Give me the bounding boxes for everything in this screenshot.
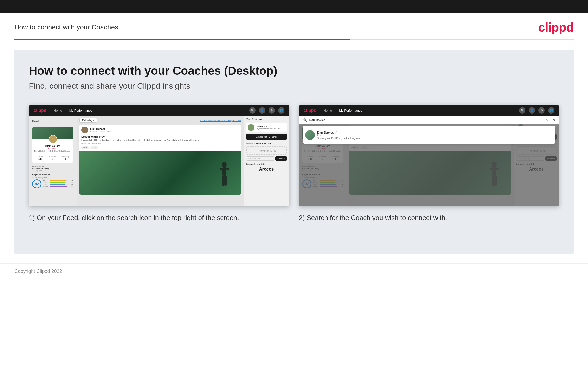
nav-home-2: Home <box>324 109 332 112</box>
main-subtitle: Find, connect and share your Clippd insi… <box>29 81 559 91</box>
total-player-quality-label: Total Player Quality <box>32 177 73 178</box>
globe-icon-2[interactable]: 🌐 <box>548 107 554 113</box>
off-badge: OTT <box>81 146 89 149</box>
clear-button[interactable]: CLEAR <box>540 119 550 121</box>
svg-rect-2 <box>219 168 222 170</box>
coach-avatar <box>248 124 255 131</box>
post-title: Lesson with Fordy <box>81 135 239 138</box>
nav-icons-2: 🔍 👤 ⚙ 🌐 <box>519 107 554 113</box>
screenshots-row: clippd Home My Performance 🔍 👤 ⚙ 🌐 Feed <box>29 105 559 222</box>
center-panel-1: Following ▾ Control who can see your act… <box>77 116 244 206</box>
nav-home: Home <box>54 109 62 112</box>
caption-1: 1) On your Feed, click on the search ico… <box>29 213 289 222</box>
caption-2: 2) Search for the Coach you wish to conn… <box>299 213 559 222</box>
close-search-button[interactable]: ✕ <box>552 118 555 122</box>
nav-my-performance: My Performance <box>69 109 92 112</box>
app-badge: APP <box>90 146 98 149</box>
coach-card: David Ford Royal North Devon Golf Club <box>246 123 287 132</box>
coach-club: Royal North Devon Golf Club <box>256 128 281 130</box>
result-club: Sunningdale Golf Club, United Kingdom <box>317 137 360 139</box>
control-link[interactable]: Control who can see your activity and da… <box>200 119 241 122</box>
profile-club: Royal North Devon Golf Club, United King… <box>34 150 71 152</box>
post-text: Looking to feel like my hands are exitin… <box>81 139 239 142</box>
bar-ott: OTT 90 <box>43 180 73 181</box>
nav-icons-1: 🔍 👤 ⚙ 🌐 <box>249 107 284 113</box>
search-input-display[interactable]: Dan Davies <box>309 118 538 122</box>
manage-coaches-button[interactable]: Manage Your Coaches <box>246 134 287 139</box>
score-circle: 92 <box>32 179 41 188</box>
profile-name: Blair McHarg <box>34 145 71 147</box>
mock-screen-2: clippd Home My Performance 🔍 👤 ⚙ 🌐 🔍 Da <box>299 105 559 206</box>
connect-title: Connect your data <box>246 163 287 165</box>
top-bar <box>0 0 588 13</box>
activity-date: 03 Aug 2022 <box>32 170 73 172</box>
search-icon-bar: 🔍 <box>303 118 307 122</box>
post-image <box>79 151 241 195</box>
verified-icon: ✓ <box>335 131 337 134</box>
post-user-name: Blair McHarg <box>90 128 111 130</box>
profile-avatar <box>49 135 57 144</box>
footer: Copyright Clippd 2022 <box>0 263 588 279</box>
header-divider <box>14 39 574 40</box>
clippd-logo: clippd <box>538 20 574 35</box>
post-card: Blair McHarg Yesterday · Sunningdale Les… <box>79 125 241 195</box>
search-bar: 🔍 Dan Davies CLEAR ✕ <box>299 116 559 124</box>
svg-rect-1 <box>222 167 226 176</box>
screen-nav-2: clippd Home My Performance 🔍 👤 ⚙ 🌐 <box>299 105 559 116</box>
result-avatar <box>305 130 315 140</box>
arccos-logo: Arccos <box>246 167 287 172</box>
screen-logo-1: clippd <box>34 108 46 113</box>
activity-name: Lesson with Fordy <box>32 168 73 170</box>
screenshot-block-2: clippd Home My Performance 🔍 👤 ⚙ 🌐 🔍 Da <box>299 105 559 222</box>
trackman-input[interactable]: Trackman Link <box>246 156 275 160</box>
golfer-silhouette <box>215 161 234 195</box>
search-result-item[interactable]: Dan Davies ✓ Pro Sunningdale Golf Club, … <box>305 129 553 141</box>
globe-icon[interactable]: 🌐 <box>278 107 284 113</box>
post-content: Lesson with Fordy Looking to feel like m… <box>79 135 241 151</box>
bar-putt: PUTT 96 <box>43 186 73 188</box>
following-button[interactable]: Following ▾ <box>79 118 97 123</box>
header: How to connect with your Coaches clippd <box>0 13 588 39</box>
svg-rect-4 <box>222 176 224 185</box>
screen-body-1: Feed Blair McHarg Plus Handicap Royal No… <box>29 116 289 206</box>
follow-btn-row: Following ▾ Control who can see your act… <box>79 118 241 123</box>
screen-logo-2: clippd <box>304 108 316 113</box>
search-results-dropdown: Dan Davies ✓ Pro Sunningdale Golf Club, … <box>303 126 555 144</box>
perf-score-row: 92 OTT 90 APP 85 <box>32 179 73 188</box>
add-link-button[interactable]: Add Link <box>275 156 287 160</box>
svg-point-0 <box>222 162 227 167</box>
feed-tab: Feed <box>32 120 39 124</box>
settings-icon-2[interactable]: ⚙ <box>538 107 545 113</box>
settings-icon[interactable]: ⚙ <box>269 107 275 113</box>
trackman-input-row: Trackman Link Add Link <box>246 156 287 160</box>
user-profile-card: Blair McHarg Plus Handicap Royal North D… <box>32 127 73 163</box>
search-icon-2[interactable]: 🔍 <box>519 107 526 113</box>
screen-nav-1: clippd Home My Performance 🔍 👤 ⚙ 🌐 <box>29 105 289 116</box>
main-heading: How to connect with your Coaches (Deskto… <box>29 64 559 77</box>
coach-name: David Ford <box>256 125 281 128</box>
profile-banner <box>32 127 73 139</box>
left-panel-1: Feed Blair McHarg Plus Handicap Royal No… <box>29 116 77 206</box>
user-icon[interactable]: 👤 <box>259 107 265 113</box>
mock-screen-1: clippd Home My Performance 🔍 👤 ⚙ 🌐 Feed <box>29 105 289 206</box>
user-icon-2[interactable]: 👤 <box>529 107 535 113</box>
stat-followers: Followers 3 <box>49 156 56 160</box>
bar-arg: ARG 86 <box>43 184 73 185</box>
main-content: How to connect with your Coaches (Deskto… <box>14 50 574 254</box>
latest-activity-label: Latest Activity <box>32 165 73 167</box>
coaches-title: Your Coaches <box>246 118 287 121</box>
nav-my-performance-2: My Performance <box>339 109 362 112</box>
upload-title: Upload a Trackman Test <box>246 142 287 145</box>
svg-rect-3 <box>226 168 229 170</box>
stat-activities: Activities 131 <box>37 156 44 160</box>
result-sub: Pro <box>317 134 360 137</box>
bar-app: APP 85 <box>43 182 73 184</box>
profile-stats: Activities 131 Followers 3 Following <box>34 154 71 160</box>
search-icon[interactable]: 🔍 <box>249 107 256 113</box>
duration-row: Duration 01 hr : 30 min <box>81 143 239 145</box>
perf-bars: OTT 90 APP 85 ARG <box>43 180 73 188</box>
player-perf-title: Player Performance <box>32 174 73 176</box>
screenshot-block-1: clippd Home My Performance 🔍 👤 ⚙ 🌐 Feed <box>29 105 289 222</box>
right-panel-1: Your Coaches David Ford Royal North Devo… <box>244 116 289 206</box>
post-actions: OTT APP <box>81 146 239 149</box>
